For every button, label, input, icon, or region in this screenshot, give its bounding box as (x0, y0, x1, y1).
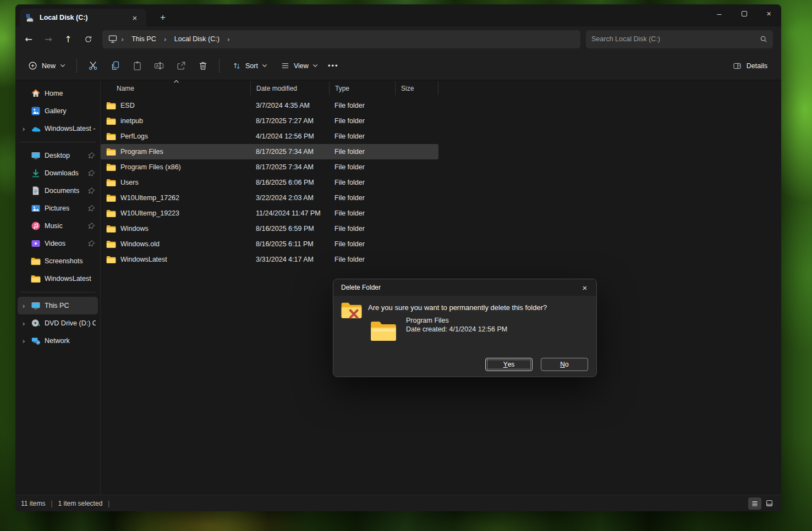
copy-button[interactable] (104, 56, 126, 76)
file-row[interactable]: Windows.old8/16/2025 6:11 PMFile folder (101, 236, 438, 252)
sidebar-item-desktop[interactable]: Desktop (18, 147, 98, 164)
sidebar-item-dvd-drive-d-ccc[interactable]: ›DVD Drive (D:) CCC (18, 314, 98, 332)
column-header-size[interactable]: Size (395, 81, 438, 95)
rename-icon (153, 60, 164, 71)
share-button[interactable] (170, 56, 192, 76)
file-row[interactable]: W10Ultemp_1922311/24/2024 11:47 PMFile f… (101, 206, 438, 221)
music-icon (31, 221, 41, 231)
rename-button[interactable] (148, 56, 170, 76)
sidebar-item-documents[interactable]: Documents (18, 182, 98, 200)
expand-chevron-icon[interactable]: › (20, 319, 28, 328)
file-row[interactable]: Program Files8/17/2025 7:34 AMFile folde… (101, 144, 438, 159)
videos-icon (31, 239, 41, 249)
file-row[interactable]: inetpub8/17/2025 7:27 AMFile folder (101, 113, 438, 129)
pin-icon (87, 222, 96, 230)
folder-icon (106, 117, 116, 125)
file-row[interactable]: Windows8/16/2025 6:59 PMFile folder (101, 221, 438, 236)
folder-icon (106, 132, 116, 141)
sort-icon (232, 62, 242, 70)
toolbar-divider (76, 59, 77, 73)
sidebar-item-windowslatest[interactable]: WindowsLatest (18, 270, 98, 287)
folder-icon (106, 209, 116, 218)
sidebar-item-home[interactable]: Home (18, 85, 98, 102)
sidebar-item-screenshots[interactable]: Screenshots (18, 252, 98, 270)
chevron-down-icon (312, 64, 318, 68)
breadcrumb-local-disk[interactable]: Local Disk (C:) (170, 34, 224, 45)
folder-icon (106, 256, 116, 264)
file-row[interactable]: Program Files (x86)8/17/2025 7:34 AMFile… (101, 159, 438, 175)
expand-chevron-icon[interactable]: › (20, 302, 28, 310)
details-view-icon (751, 500, 759, 507)
cut-button[interactable] (82, 56, 104, 76)
tab-close-icon[interactable]: × (129, 12, 141, 24)
paste-button[interactable] (126, 56, 148, 76)
view-button[interactable]: View (275, 58, 323, 74)
sidebar-item-downloads[interactable]: Downloads (18, 164, 98, 182)
search-box[interactable] (586, 30, 773, 48)
folder-icon (31, 274, 41, 284)
sort-button[interactable]: Sort (227, 58, 273, 74)
sort-button-label: Sort (245, 62, 258, 70)
sidebar-item-this-pc[interactable]: ›This PC (18, 297, 98, 314)
file-explorer-window: Local Disk (C:) × + – × ← → ↑ › This PC … (15, 4, 781, 511)
details-pane-button[interactable]: Details (727, 58, 773, 74)
file-row[interactable]: PerfLogs4/1/2024 12:56 PMFile folder (101, 129, 438, 144)
column-header-name[interactable]: Name (101, 81, 250, 95)
expand-chevron-icon[interactable]: › (20, 337, 28, 345)
more-options-button[interactable]: ••• (323, 56, 343, 76)
downloads-icon (31, 168, 41, 179)
sidebar-item-windowslatest-pe[interactable]: ›WindowsLatest - Pe (18, 120, 98, 137)
sidebar-item-music[interactable]: Music (18, 217, 98, 235)
cut-icon (88, 60, 98, 71)
large-icons-view-toggle[interactable] (762, 497, 776, 510)
up-button[interactable]: ↑ (58, 30, 78, 48)
column-headers: Name Date modified Type Size (101, 81, 781, 95)
thispc-icon (31, 301, 41, 311)
no-button[interactable]: No (541, 358, 588, 371)
file-row[interactable]: Users8/16/2025 6:06 PMFile folder (101, 175, 438, 190)
breadcrumb-this-pc[interactable]: This PC (127, 34, 160, 45)
column-header-type[interactable]: Type (329, 81, 395, 95)
sidebar-item-network[interactable]: ›Network (18, 332, 98, 350)
onedrive-icon (31, 124, 41, 134)
yes-button[interactable]: Yes (485, 358, 533, 371)
back-button[interactable]: ← (19, 30, 39, 48)
file-row[interactable]: ESD3/7/2024 4:35 AMFile folder (101, 98, 438, 113)
sort-ascending-icon (173, 80, 179, 84)
file-row[interactable]: W10Ultemp_172623/22/2024 2:03 AMFile fol… (101, 190, 438, 206)
forward-button[interactable]: → (39, 30, 58, 48)
new-tab-button[interactable]: + (155, 10, 171, 25)
sidebar-item-pictures[interactable]: Pictures (18, 200, 98, 217)
sidebar-item-gallery[interactable]: Gallery (18, 102, 98, 120)
new-button[interactable]: New (22, 57, 72, 74)
sidebar-divider (20, 142, 96, 142)
chevron-right-icon: › (163, 35, 168, 43)
home-icon (31, 88, 41, 99)
file-row[interactable]: WindowsLatest3/31/2024 4:17 AMFile folde… (101, 252, 438, 267)
chevron-right-icon[interactable]: › (226, 35, 231, 43)
close-button[interactable]: × (756, 4, 781, 23)
expand-chevron-icon[interactable]: › (20, 125, 28, 133)
dialog-close-icon[interactable]: × (578, 281, 592, 294)
dialog-message: Are you sure you want to permanently del… (368, 303, 547, 312)
dvd-icon (31, 318, 41, 329)
details-view-toggle[interactable] (748, 497, 761, 510)
search-input[interactable] (591, 35, 760, 43)
chevron-right-icon: › (120, 35, 125, 43)
delete-button[interactable] (192, 56, 214, 76)
this-pc-icon[interactable] (108, 35, 118, 43)
refresh-button[interactable] (78, 30, 98, 48)
folder-icon (106, 179, 116, 187)
tab-local-disk[interactable]: Local Disk (C:) × (20, 9, 146, 26)
breadcrumb: › This PC › Local Disk (C:) › (102, 30, 580, 48)
sidebar-item-videos[interactable]: Videos (18, 235, 98, 252)
desktop-icon (31, 151, 41, 161)
pin-icon (87, 240, 96, 248)
pin-icon (87, 152, 96, 160)
selection-count: 1 item selected (58, 500, 103, 507)
column-header-date[interactable]: Date modified (250, 81, 329, 95)
minimize-button[interactable]: – (707, 4, 732, 23)
maximize-button[interactable] (732, 4, 756, 23)
copy-icon (110, 60, 120, 71)
search-icon (760, 35, 767, 43)
